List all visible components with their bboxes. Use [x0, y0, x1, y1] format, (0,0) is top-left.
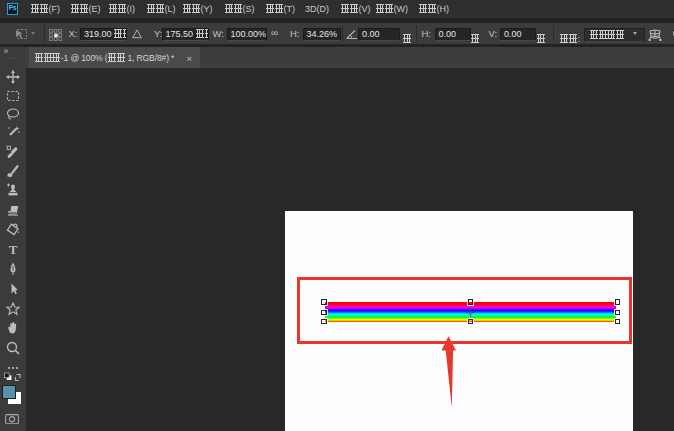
svg-text:T: T [9, 242, 18, 256]
